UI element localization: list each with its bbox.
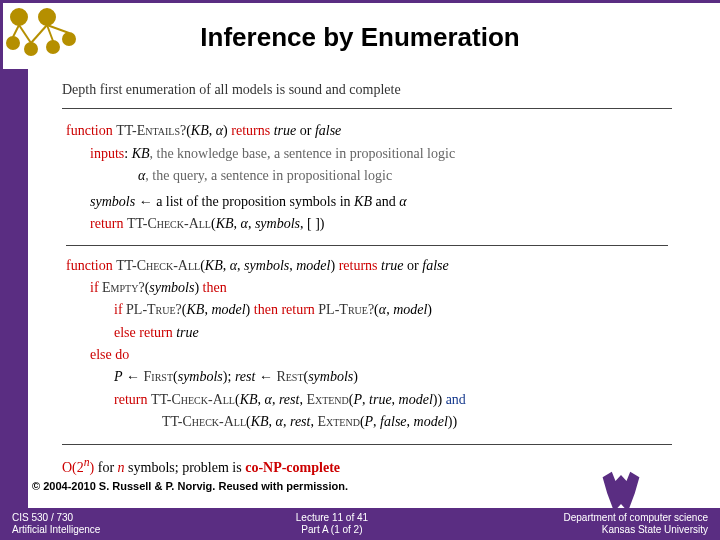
symbols-txt: symbols; problem is: [125, 460, 246, 475]
kw-and: and: [446, 392, 466, 407]
kw-returns: returns: [339, 258, 378, 273]
kw-inputs: inputs: [90, 146, 124, 161]
sym-rest: rest: [290, 414, 310, 429]
sym-n: n: [118, 460, 125, 475]
sym-model: model: [296, 258, 330, 273]
fn-checkall: TT-Check-All: [162, 414, 246, 429]
sym-alpha: α: [265, 392, 272, 407]
kw-true: true: [176, 325, 199, 340]
sym-model: model: [393, 302, 427, 317]
kw-then: then: [254, 302, 278, 317]
slide-content: Depth first enumeration of all models is…: [62, 80, 672, 470]
pseudo-line: α, the query, a sentence in propositiona…: [66, 166, 668, 186]
credit-text: © 2004-2010 S. Russell & P. Norvig. Reus…: [32, 480, 348, 492]
slide-title: Inference by Enumeration: [0, 22, 720, 53]
kw-return: return: [281, 302, 314, 317]
fn-entails: TT-Entails?: [116, 123, 186, 138]
pseudo-line: symbols ← a list of the proposition symb…: [66, 192, 668, 212]
kw-and: and: [375, 194, 395, 209]
sym-rest: rest: [235, 369, 255, 384]
sym-model: model: [399, 392, 433, 407]
fn-checkall: TT-Check-All: [151, 392, 235, 407]
sym-symbols: symbols: [255, 216, 300, 231]
fn-first: First: [144, 369, 173, 384]
sym-alpha: α: [230, 258, 237, 273]
kw-function: function: [66, 258, 113, 273]
kw-return: return: [139, 325, 172, 340]
bigO: O(2: [62, 460, 84, 475]
sym-alpha: α: [241, 216, 248, 231]
footer-center: Lecture 11 of 41 Part A (1 of 2): [296, 512, 368, 537]
sym-symbols: symbols: [149, 280, 194, 295]
kw-if: if: [90, 280, 99, 295]
fn-rest: Rest: [276, 369, 303, 384]
kw-return: return: [90, 216, 123, 231]
kw-returns: returns: [231, 123, 270, 138]
divider: [66, 245, 668, 246]
footer-left: CIS 530 / 730 Artificial Intelligence: [12, 512, 100, 537]
desc-alpha: , the query, a sentence in propositional…: [145, 168, 392, 183]
sym-symbols: symbols: [178, 369, 223, 384]
course-name: Artificial Intelligence: [12, 524, 100, 537]
sym-alpha: α: [276, 414, 283, 429]
sym-kb: KB: [240, 392, 258, 407]
fn-checkall: TT-Check-All: [116, 258, 200, 273]
sym-model: model: [211, 302, 245, 317]
pseudo-line: return TT-Check-All(KB, α, symbols, [ ]): [66, 214, 668, 234]
pseudo-line: function TT-Entails?(KB, α) returns true…: [66, 121, 668, 141]
university: Kansas State University: [563, 524, 708, 537]
lecture-part: Part A (1 of 2): [296, 524, 368, 537]
sym-kb: KB: [354, 194, 372, 209]
kw-true: true: [381, 258, 404, 273]
kw-return: return: [114, 392, 147, 407]
pseudo-line: TT-Check-All(KB, α, rest, Extend(P, fals…: [66, 412, 668, 432]
sym-kb: KB: [216, 216, 234, 231]
lecture-number: Lecture 11 of 41: [296, 512, 368, 525]
pseudo-line: inputs: KB, the knowledge base, a senten…: [66, 144, 668, 164]
left-accent-bar: [0, 0, 28, 540]
sym-symbols: symbols: [308, 369, 353, 384]
kw-false: false: [422, 258, 448, 273]
pseudo-line: if Empty?(symbols) then: [66, 278, 668, 298]
pseudo-line: else return true: [66, 323, 668, 343]
kw-else: else: [114, 325, 136, 340]
fn-pltrue: PL-True?: [126, 302, 182, 317]
sym-kb: KB: [251, 414, 269, 429]
pseudo-line: return TT-Check-All(KB, α, rest, Extend(…: [66, 390, 668, 410]
pseudocode-box: function TT-Entails?(KB, α) returns true…: [62, 108, 672, 445]
fn-extend: Extend: [306, 392, 348, 407]
fn-extend: Extend: [317, 414, 359, 429]
sym-kb: KB: [205, 258, 223, 273]
desc-kb: , the knowledge base, a sentence in prop…: [150, 146, 456, 161]
sym-rest: rest: [279, 392, 299, 407]
kw-function: function: [66, 123, 113, 138]
department: Department of computer science: [563, 512, 708, 525]
sym-model: model: [414, 414, 448, 429]
kw-if: if: [114, 302, 123, 317]
kw-then: then: [203, 280, 227, 295]
kw-false: false: [380, 414, 406, 429]
kw-or: or: [407, 258, 419, 273]
kw-do: do: [115, 347, 129, 362]
sym-P: P: [353, 392, 362, 407]
fn-checkall: TT-Check-All: [127, 216, 211, 231]
sym-alpha: α: [399, 194, 406, 209]
kw-true: true: [369, 392, 392, 407]
sym-kb: KB: [187, 302, 205, 317]
intro-text: Depth first enumeration of all models is…: [62, 80, 672, 100]
fn-pltrue: PL-True?: [318, 302, 374, 317]
pseudo-line: P ← First(symbols); rest ← Rest(symbols): [66, 367, 668, 387]
pseudo-line: if PL-True?(KB, model) then return PL-Tr…: [66, 300, 668, 320]
kw-or: or: [300, 123, 312, 138]
kw-else: else: [90, 347, 112, 362]
sym-kb: KB: [132, 146, 150, 161]
sym-symbols: symbols: [244, 258, 289, 273]
sym-symbols: symbols: [90, 194, 135, 209]
complexity-class: co-NP-complete: [245, 460, 340, 475]
course-code: CIS 530 / 730: [12, 512, 100, 525]
kw-false: false: [315, 123, 341, 138]
fn-empty: Empty?: [102, 280, 145, 295]
sym-P: P: [365, 414, 374, 429]
top-accent-bar: [0, 0, 720, 3]
desc-symbols: ← a list of the proposition symbols in: [135, 194, 354, 209]
